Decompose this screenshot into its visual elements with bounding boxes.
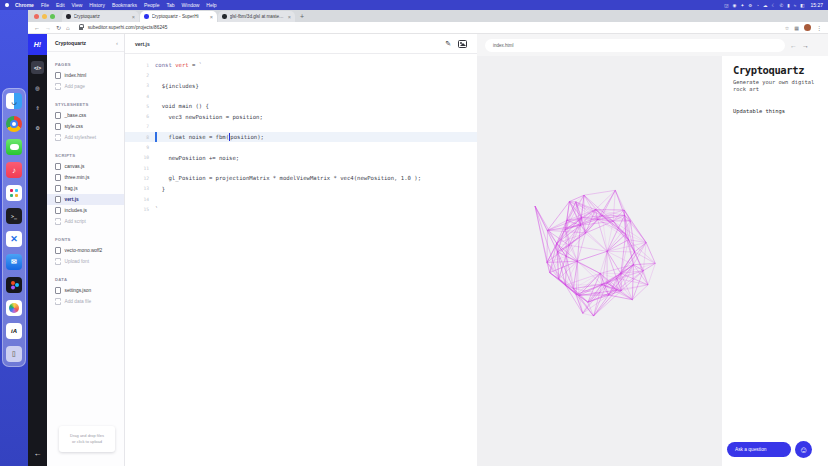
updatable-things-link[interactable]: Updatable things — [733, 108, 822, 114]
code-line[interactable]: 8 float noise = fbm(position); — [125, 132, 477, 142]
spark-icon[interactable]: ✦ — [740, 3, 744, 8]
vscode-dock-icon[interactable]: ✕ — [6, 231, 22, 247]
bookmark-star-icon[interactable]: ☆ — [785, 25, 789, 31]
wifi-icon[interactable]: ≈ — [794, 3, 796, 8]
file-item--base-css[interactable]: _base.css — [47, 110, 124, 121]
preview-address-pill[interactable]: index.html — [485, 39, 785, 52]
trash-dock-icon[interactable]: ▯ — [6, 346, 22, 362]
moon-icon[interactable]: ☾ — [771, 3, 775, 8]
code-line[interactable]: 13 } — [125, 184, 477, 194]
browser-tab[interactable]: Cryptoquartz - SuperHi× — [140, 11, 217, 22]
chrome-dock-icon[interactable] — [6, 116, 22, 132]
menu-item-history[interactable]: History — [89, 2, 105, 8]
code-line[interactable]: 7 — [125, 122, 477, 132]
reload-icon[interactable]: ↻ — [56, 24, 61, 31]
code-line[interactable]: 6 vec3 newPosition = position; — [125, 111, 477, 121]
code-line[interactable]: 14 — [125, 194, 477, 204]
apple-icon[interactable] — [5, 3, 9, 8]
new-tab-button[interactable]: + — [300, 13, 304, 20]
browser-tab[interactable]: glsl-fbm/3d.glsl at master · …× — [218, 11, 295, 22]
file-item-includes-js[interactable]: includes.js — [47, 205, 124, 216]
menu-clock[interactable]: 15:27 — [810, 2, 823, 8]
tab-close-icon[interactable]: × — [288, 14, 291, 20]
code-line[interactable]: 9 — [125, 142, 477, 152]
code-line[interactable]: 4 — [125, 91, 477, 101]
file-item-style-css[interactable]: style.css — [47, 121, 124, 132]
menu-item-window[interactable]: Window — [182, 2, 200, 8]
menu-item-view[interactable]: View — [72, 2, 83, 8]
menu-item-chrome[interactable]: Chrome — [15, 2, 34, 8]
add-item-add-page[interactable]: Add page — [47, 81, 124, 92]
code-line[interactable]: 3 ${includes} — [125, 81, 477, 91]
code-line[interactable]: 2 — [125, 70, 477, 80]
file-item-settings-json[interactable]: settings.json — [47, 285, 124, 296]
menu-item-edit[interactable]: Edit — [56, 2, 65, 8]
collapse-panel-icon[interactable]: ‹ — [116, 40, 118, 46]
code-view-icon[interactable]: </> — [31, 61, 44, 74]
code-line[interactable]: 10 newPosition += noise; — [125, 153, 477, 163]
music-dock-icon[interactable]: ♪ — [6, 162, 22, 178]
help-smiley-button[interactable]: ☺ — [795, 441, 812, 458]
edit-pen-icon[interactable]: ✎ — [445, 40, 451, 48]
back-icon[interactable]: ← — [34, 25, 40, 31]
clock-status-icon[interactable]: ◔ — [756, 3, 759, 8]
photos-dock-icon[interactable] — [6, 300, 22, 316]
code-line[interactable]: 5 void main () { — [125, 101, 477, 111]
menu-item-people[interactable]: People — [144, 2, 160, 8]
forward-icon[interactable]: → — [45, 25, 51, 31]
menu-item-file[interactable]: File — [41, 2, 49, 8]
code-line[interactable]: 1const vert = ` — [125, 60, 477, 70]
superhi-logo[interactable]: H! — [28, 34, 47, 55]
messages-dock-icon[interactable] — [6, 139, 22, 155]
close-window-button[interactable] — [34, 14, 39, 19]
kebab-menu-icon[interactable]: ⋮ — [816, 24, 822, 31]
settings-gear-icon[interactable]: ⚙ — [31, 121, 44, 134]
lock-icon[interactable] — [79, 27, 83, 30]
tab-close-icon[interactable]: × — [210, 14, 213, 20]
media-library-icon[interactable] — [458, 40, 467, 48]
slack-dock-icon[interactable] — [6, 185, 22, 201]
figma-dock-icon[interactable] — [6, 277, 22, 293]
battery-icon[interactable]: ▮ — [787, 3, 789, 8]
finder-dock-icon[interactable]: ◡ — [6, 93, 22, 109]
file-item-three-min-js[interactable]: three.min.js — [47, 172, 124, 183]
gear-status-icon[interactable]: ⚙ — [748, 3, 752, 8]
extensions-icon[interactable]: ▦ — [794, 25, 799, 31]
minimize-window-button[interactable] — [42, 14, 47, 19]
file-item-vert-js[interactable]: vert.js — [47, 194, 124, 205]
ia-writer-dock-icon[interactable]: iA — [6, 323, 22, 339]
preview-eye-icon[interactable]: ◎ — [31, 81, 44, 94]
control-center-icon[interactable]: ◧ — [800, 3, 804, 8]
menu-item-tab[interactable]: Tab — [167, 2, 175, 8]
code-line[interactable]: 12 gl_Position = projectionMatrix * mode… — [125, 173, 477, 183]
menu-item-help[interactable]: Help — [206, 2, 216, 8]
terminal-dock-icon[interactable]: >_ — [6, 208, 22, 224]
chrome-status-icon[interactable]: ◉ — [732, 3, 736, 8]
tab-close-icon[interactable]: × — [132, 14, 135, 20]
add-item-add-stylesheet[interactable]: Add stylesheet — [47, 132, 124, 143]
home-icon[interactable]: ⌂ — [66, 25, 70, 31]
back-arrow-button[interactable]: ← — [28, 449, 47, 458]
add-item-add-data-file[interactable]: Add data file — [47, 296, 124, 307]
file-dropzone[interactable]: Drag and drop files or click to upload — [59, 426, 115, 452]
wireframe-rock-canvas[interactable] — [477, 56, 722, 466]
zoom-window-button[interactable] — [50, 14, 55, 19]
preview-back-icon[interactable]: ← — [790, 42, 797, 49]
code-line[interactable]: 15` — [125, 204, 477, 214]
ask-question-button[interactable]: Ask a question — [727, 442, 791, 457]
file-item-index-html[interactable]: index.html — [47, 70, 124, 81]
file-item-vecto-mono-woff2[interactable]: vecto-mono.woff2 — [47, 245, 124, 256]
display-icon[interactable]: ◲ — [724, 3, 728, 8]
code-line[interactable]: 11 — [125, 163, 477, 173]
mail-dock-icon[interactable]: ✉ — [6, 254, 22, 270]
share-upload-icon[interactable]: ⇧ — [31, 101, 44, 114]
browser-tab[interactable]: Cryptoquartz× — [62, 11, 139, 22]
file-item-canvas-js[interactable]: canvas.js — [47, 161, 124, 172]
profile-avatar[interactable] — [804, 24, 811, 31]
code-editor-body[interactable]: 1const vert = `23 ${includes}45 void mai… — [125, 54, 477, 214]
add-item-add-script[interactable]: Add script — [47, 216, 124, 227]
phone-icon[interactable]: ✆ — [779, 3, 783, 8]
address-bar[interactable]: subeditor.superhi.com/projects/86245 — [88, 25, 168, 30]
cloud-icon[interactable]: ☁ — [763, 3, 768, 8]
add-item-upload-font[interactable]: Upload font — [47, 256, 124, 267]
